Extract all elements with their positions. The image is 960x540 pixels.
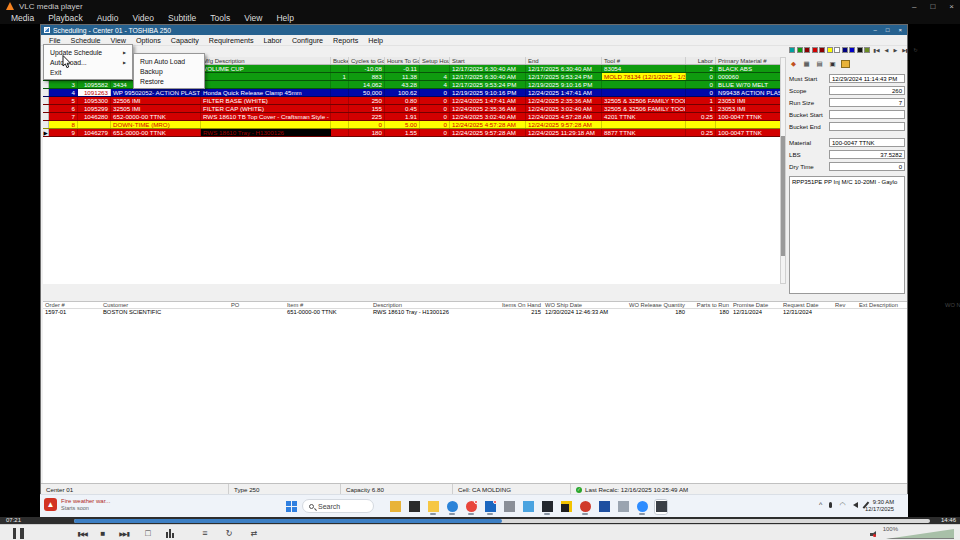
vlc-menu-media[interactable]: Media (4, 13, 41, 23)
app-titlebar[interactable]: Scheduling - Center 01 - TOSHIBA 250 (41, 25, 907, 35)
vlc-menu-help[interactable]: Help (269, 13, 300, 23)
code-app-icon[interactable] (559, 499, 573, 515)
tray-wifi-icon[interactable]: ◠ (839, 501, 845, 509)
tray-mic-icon[interactable] (829, 502, 832, 508)
col-header-Setup Hours[interactable]: Setup Hours (420, 57, 450, 64)
col-header-Bucket[interactable]: Bucket (331, 57, 349, 64)
chrome-icon[interactable] (464, 499, 478, 515)
grid-icon[interactable]: ▦ (802, 60, 811, 68)
print-icon[interactable]: ▣ (828, 60, 837, 68)
seek-bar[interactable] (74, 519, 930, 523)
zoom-icon[interactable] (635, 499, 649, 515)
app-menu-labor[interactable]: Labor (259, 36, 287, 45)
order-col-description[interactable]: Description (371, 302, 497, 308)
submenu-item-restore[interactable]: Restore (134, 76, 204, 86)
col-header-Cycles to Go[interactable]: Cycles to Go (349, 57, 385, 64)
vlc-minimize-button[interactable] (912, 2, 916, 11)
vlc-menu-tools[interactable]: Tools (203, 13, 237, 23)
next-button[interactable] (114, 527, 134, 539)
gray-app-icon[interactable] (502, 499, 516, 515)
order-col-customer[interactable]: Customer (101, 302, 229, 308)
app-minimize-button[interactable] (874, 27, 877, 33)
submenu-item-run-auto-load[interactable]: Run Auto Load (134, 56, 204, 66)
snip-icon[interactable] (616, 499, 630, 515)
outlook-icon[interactable] (483, 499, 497, 515)
app-menu-configure[interactable]: Configure (287, 36, 328, 45)
field-input[interactable] (829, 110, 905, 119)
order-col-items-on-hand[interactable]: Items On Hand (497, 302, 543, 308)
vertical-scrollbar[interactable] (780, 57, 786, 284)
schedule-row-8[interactable]: 8DOWN-TIME (MRO)05.00012/24/2025 4:57:28… (43, 121, 780, 129)
menu-item-auto-load-[interactable]: Auto Load...▶ (44, 57, 132, 67)
widgets-icon[interactable] (388, 499, 402, 515)
start-button[interactable] (286, 501, 297, 512)
vlc-menu-audio[interactable]: Audio (90, 13, 126, 23)
file-explorer-icon[interactable] (426, 499, 440, 515)
vlc-close-button[interactable] (949, 2, 954, 11)
app-menu-requirements[interactable]: Requirements (204, 36, 259, 45)
fullscreen-button[interactable] (140, 527, 156, 539)
schedule-row-5[interactable]: 5109530032506 IMIFILTER BASE (WHITE)2500… (43, 97, 780, 105)
field-input[interactable] (829, 122, 905, 131)
legend-swatch-3[interactable] (812, 47, 818, 53)
mute-icon[interactable] (870, 531, 876, 537)
schedule-row-7[interactable]: 71046280652-0000-00 TTNKRWS 18610 TB Top… (43, 113, 780, 121)
submenu-item-backup[interactable]: Backup (134, 66, 204, 76)
legend-swatch-9[interactable] (857, 47, 863, 53)
vlc-maximize-button[interactable] (930, 2, 935, 11)
prev-record-button[interactable]: ◀ (883, 47, 890, 53)
col-header-Hours To Go[interactable]: Hours To Go (385, 57, 420, 64)
taskbar-weather-widget[interactable]: ▲ Fire weather war... Starts soon (44, 498, 110, 511)
legend-swatch-1[interactable] (797, 47, 803, 53)
loop-button[interactable] (221, 527, 237, 539)
vlc-menu-subtitle[interactable]: Subtitle (161, 13, 203, 23)
paste-icon[interactable]: ▤ (815, 60, 824, 68)
legend-swatch-4[interactable] (819, 47, 825, 53)
order-col-item-[interactable]: Item # (285, 302, 371, 308)
col-header-Labor[interactable]: Labor (686, 57, 716, 64)
taskbar-search[interactable]: Search (302, 499, 374, 513)
vlc-menu-video[interactable]: Video (125, 13, 161, 23)
field-input[interactable]: 100-0047 TTNK (829, 138, 905, 147)
tray-chevron-up-icon[interactable]: ^ (819, 500, 822, 510)
app-menu-capacity[interactable]: Capacity (166, 36, 204, 45)
previous-button[interactable] (72, 527, 92, 539)
field-input[interactable]: 7 (829, 98, 905, 107)
legend-swatch-10[interactable] (864, 47, 870, 53)
order-col-order-[interactable]: Order # (43, 302, 101, 308)
field-input[interactable]: 0 (829, 162, 905, 171)
order-col-ext-description[interactable]: Ext Description (857, 302, 943, 308)
stop-button[interactable] (95, 527, 111, 539)
next-record-button[interactable]: ▶ (891, 47, 898, 53)
menu-item-exit[interactable]: Exit (44, 67, 132, 77)
col-header-Primary Material #[interactable]: Primary Material # (716, 57, 780, 64)
order-col-wo-release-quantity[interactable]: WO Release Quantity (623, 302, 687, 308)
tray-volume-icon[interactable] (853, 502, 858, 508)
order-col-promise-date[interactable]: Promise Date (731, 302, 781, 308)
video-area[interactable]: Scheduling - Center 01 - TOSHIBA 250 Fil… (0, 24, 960, 517)
filter-icon[interactable]: ◆ (789, 60, 798, 68)
col-header-End[interactable]: End (526, 57, 602, 64)
onedrive-icon[interactable] (521, 499, 535, 515)
vlc-menu-view[interactable]: View (237, 13, 269, 23)
taskbar-clock[interactable]: 9:30 AM 12/17/2025 (865, 499, 894, 513)
schedule-row-9[interactable]: ▶91046279651-0000-00 TTNKRWS 18610 Tray … (43, 129, 780, 137)
order-col-po[interactable]: PO (229, 302, 285, 308)
scrollbar-thumb[interactable] (781, 136, 785, 256)
col-header-Tool #[interactable]: Tool # (602, 57, 686, 64)
schedule-row-4[interactable]: 41091263WP 99502052- ACTION PLASTICSHond… (43, 89, 780, 97)
col-header-Start[interactable]: Start (450, 57, 526, 64)
machine-note-box[interactable]: RPP351PE PP Inj M/C 10-20MI - Gaylo (789, 176, 905, 294)
legend-swatch-7[interactable] (842, 47, 848, 53)
edge-icon[interactable] (445, 499, 459, 515)
order-col-wo-note[interactable]: WO Note (943, 302, 960, 308)
red-app-icon[interactable] (578, 499, 592, 515)
folder-icon[interactable] (841, 60, 850, 68)
app-menu-options[interactable]: Options (131, 36, 166, 45)
col-header-Mfg Description[interactable]: Mfg Description (201, 57, 331, 64)
order-col-request-date[interactable]: Request Date (781, 302, 833, 308)
app-maximize-button[interactable] (886, 27, 890, 33)
legend-swatch-6[interactable] (834, 47, 840, 53)
order-col-rev[interactable]: Rev (833, 302, 857, 308)
field-input[interactable]: 37.5282 (829, 150, 905, 159)
